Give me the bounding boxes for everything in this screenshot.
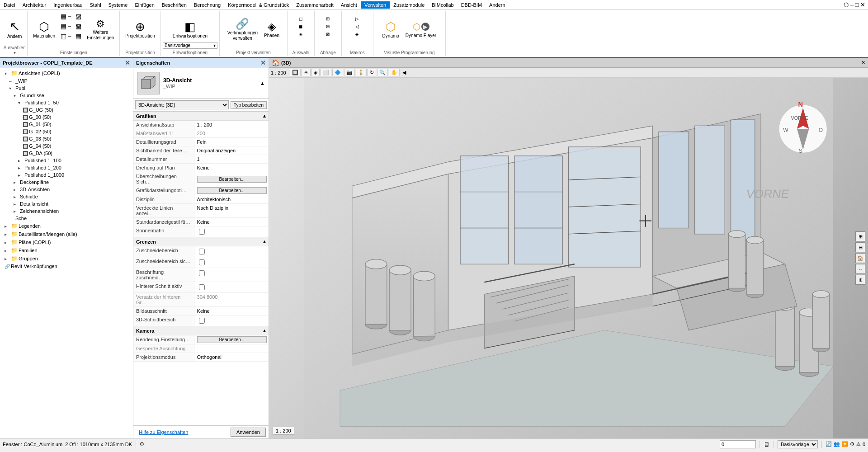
tree-item-3d-ansichten[interactable]: ▸ 3D-Ansichten (1, 186, 132, 193)
3d-schnitt-checkbox[interactable] (199, 318, 205, 324)
zuschneide-checkbox[interactable] (199, 249, 205, 254)
tree-item-g01[interactable]: 🔲 G_01 (50) (1, 121, 132, 128)
bottom-icon-group[interactable]: 👥 (834, 441, 840, 447)
ribbon-btn-aendern[interactable]: ↖ Ändern (5, 19, 24, 41)
bottom-icon-filter[interactable]: 🔽 (842, 441, 848, 447)
view-3d-close[interactable]: ✕ (861, 60, 865, 66)
zuschneide-sic-checkbox[interactable] (199, 259, 205, 265)
view-tb-shadows[interactable]: ◈ (311, 69, 320, 76)
ribbon-btn-dynamo[interactable]: ⬡ Dynamo (380, 19, 402, 40)
tree-item-pub100[interactable]: ▸ Published 1_100 (1, 157, 132, 164)
view-tb-zoom[interactable]: 🔍 (377, 69, 388, 76)
view-ctrl-1[interactable]: ⊞ (855, 231, 865, 241)
view-tb-pan[interactable]: ✋ (389, 69, 400, 76)
menu-datei[interactable]: Datei (0, 1, 19, 9)
view-tb-crop[interactable]: ⬜ (321, 69, 331, 76)
bottom-coord-input[interactable] (720, 440, 756, 448)
ribbon-btn-abfrage-1[interactable]: ⊞ (324, 15, 331, 22)
prop-val-hinterer[interactable] (194, 282, 269, 292)
entwurf-dropdown-arrow[interactable]: ▾ (213, 43, 216, 48)
prop-val-3d-schnitt[interactable] (194, 315, 269, 326)
view-ctrl-3[interactable]: 🏠 (855, 253, 865, 263)
bottom-icon-warning[interactable]: ⚠ (856, 441, 861, 447)
tree-item-plaene[interactable]: ▸ 📁 Pläne (COPLI) (1, 238, 132, 246)
menu-aendern[interactable]: Ändern (486, 1, 509, 9)
prop-type-edit-btn[interactable]: Typ bearbeiten (231, 101, 267, 109)
prop-type-select[interactable]: 3D-Ansicht: {3D} (135, 100, 229, 109)
menu-verwalten[interactable]: Verwalten (361, 1, 390, 9)
help-link[interactable]: Hilfe zu Eigenschaften (136, 428, 191, 437)
window-controls[interactable]: ⬡ – □ ✕ (844, 1, 868, 8)
prop-val-detaillierungsgrad[interactable]: Fein (194, 138, 269, 146)
view-ctrl-4[interactable]: ↔ (855, 264, 865, 274)
ribbon-btn-small-5[interactable]: ▩ (74, 22, 83, 31)
tree-item-g04[interactable]: 🔲 G_04 (50) (1, 142, 132, 150)
tree-item-g00[interactable]: 🔲 G_00 (50) (1, 113, 132, 121)
tree-item-legenden[interactable]: ▸ 📁 Legenden (1, 222, 132, 230)
properties-close[interactable]: ✕ (260, 59, 266, 66)
bottom-workset-icon[interactable]: 🖥 (764, 441, 770, 448)
grafik-edit-btn[interactable]: Bearbeiten... (197, 187, 267, 194)
prop-val-ansichtsmass[interactable]: 1 : 200 (194, 121, 269, 129)
tree-item-published-50[interactable]: ▾ Published 1_50 (1, 99, 132, 106)
ribbon-btn-makros-3[interactable]: ◈ (354, 31, 361, 38)
tree-item-zeichenansichten[interactable]: ▸ Zeichenansichten (1, 207, 132, 215)
view-tb-scale[interactable]: 🔲 (290, 69, 301, 76)
ribbon-btn-verknuepfungen[interactable]: 🔗 Verknüpfungenverwalten (225, 17, 260, 42)
menu-berechnung[interactable]: Berechnung (190, 1, 224, 9)
ribbon-btn-small-3[interactable]: ▥─ (59, 32, 73, 41)
bottom-icon-settings2[interactable]: ⚙ (850, 441, 854, 447)
view-tb-camera[interactable]: 📷 (344, 69, 355, 76)
bottom-template-dropdown[interactable]: Basisvorlage (778, 440, 818, 448)
ribbon-btn-abfrage-3[interactable]: ⊠ (324, 31, 331, 38)
tree-item-gruppen[interactable]: ▸ 📁 Gruppen (1, 254, 132, 263)
menu-koerpermodell[interactable]: Körpermodell & Grundstück (224, 1, 292, 9)
menu-ansicht[interactable]: Ansicht (337, 1, 361, 9)
ribbon-btn-projektposition[interactable]: ⊕ Projektposition (123, 19, 158, 40)
tree-item-schnitte[interactable]: ▸ Schnitte (1, 193, 132, 200)
prop-section-grenzen[interactable]: Grenzen ▴ (133, 237, 269, 246)
sonnenbahn-checkbox[interactable] (199, 229, 205, 235)
ribbon-btn-auswahl-3[interactable]: ◈ (297, 31, 304, 38)
ribbon-btn-phasen[interactable]: ◈ Phasen (261, 20, 282, 40)
tree-item-bauteillisten[interactable]: ▸ 📁 Bauteillisten/Mengen (alle) (1, 230, 132, 238)
ribbon-btn-small-1[interactable]: ▦─ (59, 12, 73, 21)
tree-item-revit-links[interactable]: 🔗 Revit-Verknüpfungen (1, 263, 132, 270)
tree-item-gda[interactable]: 🔲 G_DA (50) (1, 150, 132, 157)
view-canvas-3d[interactable]: VORNE N O W S VORNE (269, 78, 868, 438)
menu-dbd-bim[interactable]: DBD-BIM (458, 1, 486, 9)
menu-architektur[interactable]: Architektur (19, 1, 50, 9)
ribbon-btn-small-2[interactable]: ▤─ (59, 22, 73, 31)
prop-section-grafiken[interactable]: Grafiken ▴ (133, 112, 269, 121)
bottom-icon-sync[interactable]: 🔄 (826, 441, 832, 447)
view-content[interactable]: VORNE N O W S VORNE (269, 78, 868, 438)
tree-item-ansichten[interactable]: ▾ 📁 Ansichten (COPLI) (1, 69, 132, 77)
hinterer-checkbox[interactable] (199, 284, 205, 290)
ribbon-btn-dynamo-player[interactable]: ⬡ ▶ Dynamo Player (403, 20, 439, 40)
prop-val-sichtbarkeit[interactable]: Original anzeigen (194, 146, 269, 155)
apply-button[interactable]: Anwenden (231, 428, 266, 437)
rendering-edit-btn[interactable]: Bearbeiten... (197, 336, 267, 343)
ribbon-btn-weitere[interactable]: ⚙ WeitereEinstellungen (84, 18, 117, 42)
prop-val-bildausschnitt[interactable]: Keine (194, 307, 269, 315)
view-tb-3d[interactable]: 🔷 (332, 69, 343, 76)
ribbon-btn-auswahl-2[interactable]: ◼ (297, 23, 304, 30)
tree-item-sche[interactable]: – Sche (1, 215, 132, 222)
prop-val-sonnenbahn[interactable] (194, 226, 269, 237)
prop-val-zuschneidebereich[interactable] (194, 246, 269, 257)
menu-bimcollab[interactable]: BIMcollab (428, 1, 457, 9)
menu-zusammenarbeit[interactable]: Zusammenarbeit (292, 1, 337, 9)
tree-item-deckenplaene[interactable]: ▸ Deckenpläne (1, 179, 132, 186)
prop-section-grenzen-collapse[interactable]: ▴ (263, 239, 266, 245)
menu-zusatzmodule[interactable]: Zusatzmodule (390, 1, 428, 9)
prop-section-grafiken-collapse[interactable]: ▴ (263, 113, 266, 119)
ribbon-btn-abfrage-2[interactable]: ⊟ (324, 23, 331, 30)
tree-item-grundrisse[interactable]: ▾ Grundrisse (1, 92, 132, 99)
menu-systeme[interactable]: Systeme (105, 1, 132, 9)
prop-val-verdeckte[interactable]: Nach Disziplin (194, 204, 269, 217)
tree-item-g02[interactable]: 🔲 G_02 (50) (1, 128, 132, 135)
tree-item-g03[interactable]: 🔲 G_03 (50) (1, 135, 132, 142)
menu-einfuegen[interactable]: Einfügen (131, 1, 158, 9)
view-ctrl-2[interactable]: ⊟ (855, 242, 865, 252)
ribbon-btn-small-6[interactable]: ▦ (74, 32, 83, 41)
